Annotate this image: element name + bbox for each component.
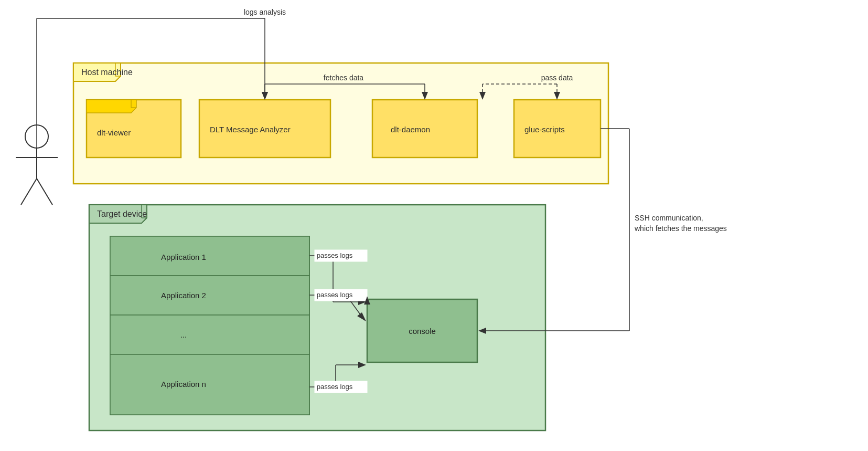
svg-rect-19 [110,354,309,415]
ellipsis-label: ... [180,330,187,339]
svg-line-58 [21,179,37,205]
fetches-data-label: fetches data [324,74,363,82]
logs-analysis-label: logs analysis [244,8,286,16]
ssh-communication-label: SSH communication, [635,214,703,222]
target-device-label: Target device [97,209,147,218]
host-machine-label: Host machine [81,68,133,77]
applicationN-label: Application n [161,380,206,389]
passes-logs1-label: passes logs [317,251,353,259]
pass-data-label: pass data [541,74,573,82]
console-label: console [409,327,436,335]
svg-marker-5 [87,100,136,113]
svg-line-59 [37,179,52,205]
glue-scripts-label: glue-scripts [524,125,565,134]
application2-label: Application 2 [161,291,206,300]
passes-logs3-label: passes logs [317,383,353,391]
which-fetches-label: which fetches the messages [634,224,727,233]
dlt-viewer-label: dlt-viewer [97,128,131,137]
dlt-daemon-label: dlt-daemon [391,125,430,134]
svg-rect-18 [110,315,309,354]
svg-rect-16 [110,236,309,276]
application1-label: Application 1 [161,253,206,261]
dlt-message-analyzer-label: DLT Message Analyzer [210,125,291,134]
passes-logs2-label: passes logs [317,291,353,299]
svg-rect-17 [110,276,309,315]
